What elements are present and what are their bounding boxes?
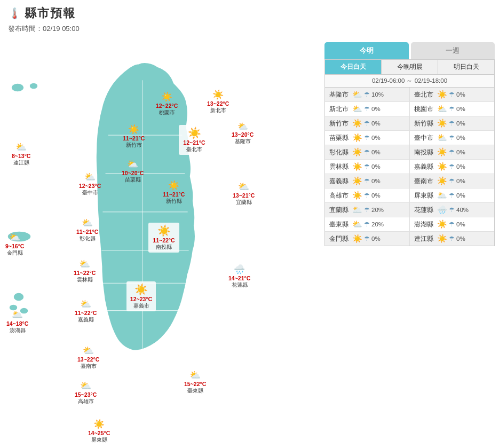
city-name: 南投縣	[414, 148, 435, 156]
sun-icon: ☀️	[437, 162, 447, 171]
page-title: 縣市預報	[25, 5, 76, 21]
loc-yunlin: ⛅ 11~22°C 雲林縣	[74, 258, 96, 284]
rain-pct: 20%	[371, 221, 384, 227]
header: 🌡️ 縣市預報	[0, 0, 499, 23]
weather-cell: 屏東縣 🌥️ ☂ 0%	[410, 188, 494, 202]
date-range: 02/19-06:00 ～ 02/19-18:00	[324, 75, 495, 87]
weather-cell: 金門縣 ☀️ ☂ 0%	[325, 232, 409, 246]
umbrella-icon: ☂	[449, 148, 455, 156]
publish-time: 發布時間：02/19 05:00	[0, 23, 499, 37]
sun-icon: ☀️	[437, 147, 447, 157]
weather-cell: 新北市 ⛅ ☂ 0%	[325, 102, 409, 116]
table-row: 宜蘭縣 🌥️ ☂ 20% 花蓮縣 🌧️ ☂ 40%	[325, 203, 494, 217]
umbrella-icon: ☂	[449, 235, 455, 242]
rain-pct: 0%	[456, 149, 465, 155]
city-name: 臺南市	[414, 177, 435, 185]
city-name: 花蓮縣	[414, 206, 435, 214]
umbrella-icon: ☂	[364, 105, 370, 113]
loc-chiayi-city: ☀️ 12~23°C 嘉義市	[126, 281, 156, 311]
rain-pct: 0%	[456, 120, 465, 127]
loc-hsinchu-city: ☀️ 11~21°C 新竹市	[123, 124, 145, 149]
thermometer-icon: 🌡️	[8, 7, 21, 20]
weather-cell: 澎湖縣 ☀️ ☂ 0%	[410, 217, 494, 231]
rain-pct: 0%	[371, 120, 381, 127]
umbrella-icon: ☂	[449, 163, 455, 170]
loc-new-taipei: ☀️ 13~22°C 新北市	[207, 89, 229, 114]
loc-miaoli: ⛅ 10~20°C 苗栗縣	[122, 159, 144, 184]
tab-today[interactable]: 今明	[324, 42, 409, 59]
rain-pct: 0%	[371, 163, 381, 170]
city-name: 雲林縣	[329, 163, 351, 171]
weather-cell: 臺北市 ☀️ ☂ 0%	[410, 88, 494, 101]
weather-cell: 彰化縣 ☀️ ☂ 0%	[325, 145, 409, 159]
rain-pct: 20%	[371, 207, 384, 213]
umbrella-icon: ☂	[364, 192, 370, 199]
cloud-icon: ⛅	[437, 133, 447, 143]
map-section: ⛅ 8~13°C 連江縣 ⛅ 9~16°C 金門縣 🌥️ 14~18°C 澎湖縣…	[0, 37, 320, 448]
umbrella-icon: ☂	[449, 91, 455, 98]
rain-pct: 0%	[456, 135, 465, 141]
loc-taitung: ⛅ 15~22°C 臺東縣	[184, 370, 206, 395]
loc-pingtung: ☀️ 14~25°C 屏東縣	[88, 419, 110, 444]
cloud-icon: ⛅	[437, 104, 447, 114]
city-name: 新竹市	[329, 120, 351, 128]
umbrella-icon: ☂	[364, 91, 370, 98]
rain-pct: 0%	[371, 135, 381, 141]
tab-row: 今明 一週	[324, 42, 495, 59]
weather-cell: 宜蘭縣 🌥️ ☂ 20%	[325, 203, 409, 217]
umbrella-icon: ☂	[364, 235, 370, 242]
umbrella-icon: ☂	[449, 120, 455, 127]
weather-cell: 基隆市 ⛅ ☂ 10%	[325, 88, 409, 101]
weather-cell: 臺東縣 ⛅ ☂ 20%	[325, 217, 409, 231]
loc-yilan: ⛅ 13~21°C 宜蘭縣	[233, 181, 255, 206]
sub-tab-today-day[interactable]: 今日白天	[325, 60, 382, 74]
loc-lienchiang: ⛅ 8~13°C 連江縣	[12, 142, 30, 167]
tab-week[interactable]: 一週	[411, 42, 495, 59]
weather-cell: 新竹市 ☀️ ☂ 0%	[325, 116, 409, 130]
loc-tainan: ⛅ 13~22°C 臺南市	[77, 345, 99, 370]
table-row: 嘉義縣 ☀️ ☂ 0% 臺南市 ☀️ ☂ 0%	[325, 174, 494, 188]
table-row: 基隆市 ⛅ ☂ 10% 臺北市 ☀️ ☂ 0%	[325, 88, 494, 102]
city-name: 臺中市	[414, 134, 435, 142]
loc-nantou: ☀️ 11~22°C 南投縣	[148, 223, 179, 253]
sun-icon: ☀️	[437, 119, 447, 128]
sun-icon: ☀️	[352, 191, 362, 200]
svg-point-10	[13, 293, 24, 301]
weather-cell: 臺中市 ⛅ ☂ 0%	[410, 131, 494, 145]
loc-hsinchu-county: ☀️ 11~21°C 新竹縣	[163, 180, 185, 205]
rain-pct: 0%	[371, 235, 381, 242]
loc-taichung: ⛅ 12~23°C 臺中市	[79, 171, 101, 197]
loc-taoyuan: ☀️ 12~22°C 桃園市	[156, 91, 178, 116]
city-name: 嘉義縣	[329, 177, 351, 185]
rain-pct: 0%	[371, 106, 381, 112]
city-name: 臺東縣	[329, 221, 351, 229]
weather-cell: 南投縣 ☀️ ☂ 0%	[410, 145, 494, 159]
city-name: 屏東縣	[414, 192, 435, 200]
umbrella-icon: ☂	[364, 120, 370, 127]
city-name: 桃園市	[414, 105, 435, 113]
loc-kaohsiung: ⛅ 15~23°C 高雄市	[75, 380, 97, 405]
cloud-icon: ⛅	[352, 104, 362, 114]
rain-pct: 0%	[456, 163, 465, 170]
sun-icon: ☀️	[352, 234, 362, 243]
city-name: 基隆市	[329, 91, 351, 99]
city-name: 連江縣	[414, 235, 435, 243]
rain-icon: 🌧️	[437, 205, 447, 215]
right-panel: 今明 一週 今日白天 今晚明晨 明日白天 02/19-06:00 ～ 02/19…	[320, 37, 499, 448]
loc-keelung: ⛅ 13~20°C 基隆市	[232, 121, 254, 145]
rain-pct: 0%	[371, 178, 381, 184]
city-name: 高雄市	[329, 192, 351, 200]
umbrella-icon: ☂	[449, 134, 455, 142]
weather-grid: 基隆市 ⛅ ☂ 10% 臺北市 ☀️ ☂ 0% 新北市 ⛅ ☂	[324, 87, 495, 246]
cloud-icon: ⛅	[352, 90, 362, 99]
rain-pct: 0%	[456, 91, 465, 98]
rain-pct: 0%	[371, 149, 381, 155]
table-row: 彰化縣 ☀️ ☂ 0% 南投縣 ☀️ ☂ 0%	[325, 145, 494, 160]
umbrella-icon: ☂	[449, 192, 455, 199]
sub-tab-tomorrow-day[interactable]: 明日白天	[438, 60, 494, 74]
weather-cell: 高雄市 ☀️ ☂ 0%	[325, 188, 409, 202]
sub-tab-tonight[interactable]: 今晚明晨	[382, 60, 438, 74]
loc-penghu: 🌥️ 14~18°C 澎湖縣	[6, 309, 28, 334]
sun-icon: ☀️	[437, 176, 447, 186]
sun-icon: ☀️	[437, 90, 447, 99]
